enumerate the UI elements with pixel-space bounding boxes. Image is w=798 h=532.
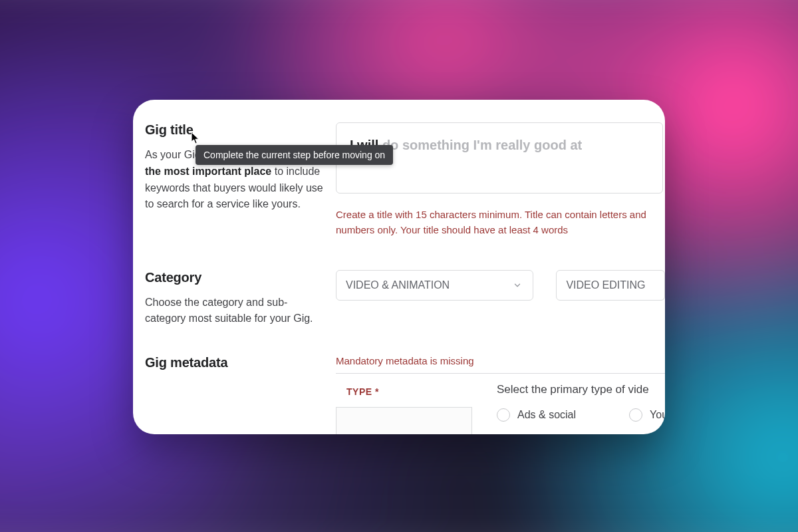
radio-circle-icon: [497, 408, 510, 422]
step-warning-tooltip: Complete the current step before moving …: [196, 145, 393, 165]
gig-title-section: Gig title As your Gig storefront, your t…: [133, 122, 665, 238]
metadata-radio-label: YouT: [650, 409, 665, 421]
category-section: Category Choose the category and sub-cat…: [133, 270, 665, 328]
metadata-prompt-text: Select the primary type of vide: [497, 383, 665, 396]
subcategory-select[interactable]: VIDEO EDITING: [556, 270, 665, 301]
gig-title-placeholder: do something I'm really good at: [382, 138, 582, 152]
gig-metadata-section: Gig metadata Mandatory metadata is missi…: [133, 355, 665, 434]
chevron-down-icon: [513, 281, 522, 290]
metadata-panel: TYPE * Select the primary type of vide A…: [336, 373, 665, 434]
gig-title-error-text: Create a title with 15 characters minimu…: [336, 207, 663, 238]
metadata-type-tab[interactable]: TYPE *: [336, 374, 477, 407]
metadata-radio-label: Ads & social: [517, 409, 576, 421]
metadata-error-text: Mandatory metadata is missing: [336, 355, 665, 366]
gig-metadata-heading: Gig metadata: [145, 355, 324, 370]
gig-title-heading: Gig title: [145, 122, 324, 138]
metadata-radio-youtube[interactable]: YouT: [629, 408, 665, 422]
radio-circle-icon: [629, 408, 642, 422]
category-select[interactable]: VIDEO & ANIMATION: [336, 270, 533, 301]
category-description: Choose the category and sub-category mos…: [145, 295, 324, 328]
subcategory-select-value: VIDEO EDITING: [566, 279, 645, 291]
metadata-type-label: TYPE *: [346, 386, 379, 397]
metadata-type-box: [336, 407, 472, 434]
metadata-radio-ads-social[interactable]: Ads & social: [497, 408, 576, 422]
category-heading: Category: [145, 270, 324, 285]
category-select-value: VIDEO & ANIMATION: [346, 279, 450, 291]
